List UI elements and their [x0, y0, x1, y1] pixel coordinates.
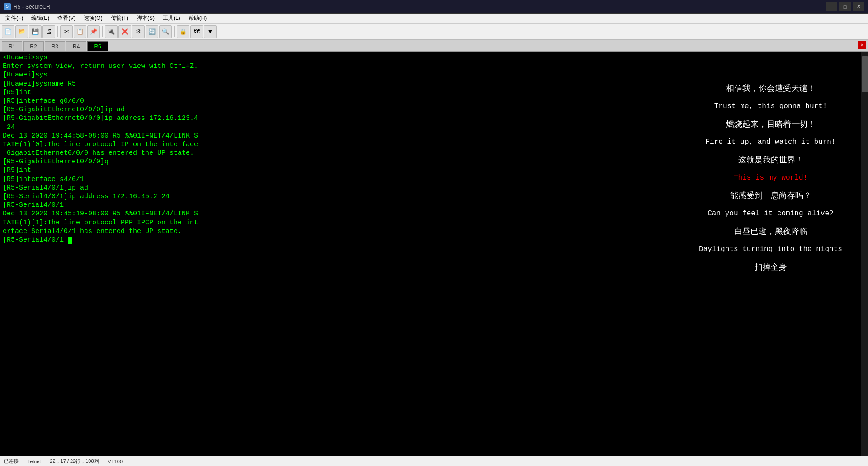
toolbar-open[interactable]: 📂 — [15, 25, 28, 38]
menu-item-v[interactable]: 查看(V) — [54, 14, 79, 23]
toolbar-disconnect[interactable]: ❌ — [118, 25, 131, 38]
toolbar-sep1 — [57, 26, 58, 37]
terminal-line: TATE(1)[1]:The line protocol PPP IPCP on… — [3, 219, 677, 227]
scrollbar[interactable] — [861, 52, 868, 456]
tab-r1[interactable]: R1 — [2, 41, 22, 51]
window-title: R5 - SecureCRT — [14, 4, 53, 10]
close-button[interactable]: ✕ — [853, 2, 864, 11]
toolbar-refresh[interactable]: 🔄 — [146, 25, 158, 38]
terminal-line: [R5-GigabitEthernet0/0/0]ip address 172.… — [3, 114, 677, 123]
side-panel-item-4: 这就是我的世界！ — [689, 154, 852, 166]
toolbar-cut[interactable]: ✂ — [60, 25, 73, 38]
side-panel-item-0: 相信我，你会遭受天谴！ — [689, 82, 852, 95]
terminal-line: [R5-GigabitEthernet0/0/0]q — [3, 157, 677, 166]
toolbar-print[interactable]: 🖨 — [42, 25, 55, 38]
status-protocol: Telnet — [28, 459, 41, 464]
toolbar-sep3 — [174, 26, 175, 37]
menu-bar: 文件(F)编辑(E)查看(V)选项(O)传输(T)脚本(S)工具(L)帮助(H) — [0, 14, 868, 24]
terminal-line: [R5]int — [3, 88, 677, 97]
tab-r3[interactable]: R3 — [45, 41, 65, 51]
toolbar-connect[interactable]: 🔌 — [105, 25, 118, 38]
toolbar-paste[interactable]: 📌 — [87, 25, 100, 38]
terminal-line: <Huawei>sys — [3, 53, 677, 62]
terminal-line: TATE(1)[0]:The line protocol IP on the i… — [3, 140, 677, 149]
tab-close-button[interactable]: ✕ — [858, 41, 866, 49]
tab-r4[interactable]: R4 — [66, 41, 86, 51]
app-icon: S — [4, 3, 11, 10]
status-terminal: VT100 — [108, 459, 123, 464]
scrollbar-thumb[interactable] — [862, 56, 868, 92]
terminal-line: [Huawei]sys — [3, 71, 677, 79]
side-panel-item-6: 能感受到一息尚存吗？ — [689, 190, 852, 202]
minimize-button[interactable]: ─ — [826, 2, 837, 11]
terminal[interactable]: <Huawei>sysEnter system view, return use… — [0, 52, 680, 456]
menu-item-f[interactable]: 文件(F) — [2, 14, 27, 23]
status-bar: 已连接 Telnet 22，17 / 22行，108列 VT100 — [0, 456, 868, 466]
side-panel-item-8: 白昼已逝，黑夜降临 — [689, 225, 852, 238]
status-connected: 已连接 — [4, 458, 19, 465]
side-panel-item-7: Can you feel it coming alive? — [689, 208, 852, 219]
terminal-line: [R5]interface s4/0/1 — [3, 175, 677, 184]
terminal-line: GigabitEthernet0/0/0 has entered the UP … — [3, 149, 677, 157]
menu-item-e[interactable]: 编辑(E) — [28, 14, 53, 23]
side-panel-item-2: 燃烧起来，目睹着一切！ — [689, 118, 852, 130]
terminal-line: erface Serial4/0/1 has entered the UP st… — [3, 227, 677, 236]
window-controls[interactable]: ─ □ ✕ — [826, 2, 864, 11]
toolbar-settings[interactable]: ⚙ — [132, 25, 145, 38]
tab-r5[interactable]: R5 — [87, 41, 108, 51]
terminal-line: Dec 13 2020 19:44:58-08:00 R5 %%01IFNET/… — [3, 132, 677, 140]
maximize-button[interactable]: □ — [839, 2, 851, 11]
toolbar-copy[interactable]: 📋 — [74, 25, 86, 38]
tab-r2[interactable]: R2 — [23, 41, 43, 51]
toolbar-scroll-lock[interactable]: 🔒 — [177, 25, 189, 38]
toolbar-map[interactable]: 🗺 — [190, 25, 203, 38]
terminal-line: [R5-GigabitEthernet0/0/0]ip ad — [3, 105, 677, 114]
toolbar-extra[interactable]: ▼ — [204, 25, 217, 38]
terminal-line: Dec 13 2020 19:45:19-08:00 R5 %%01IFNET/… — [3, 209, 677, 218]
menu-item-o[interactable]: 选项(O) — [80, 14, 106, 23]
title-bar: S R5 - SecureCRT ─ □ ✕ — [0, 0, 868, 14]
toolbar-new[interactable]: 📄 — [2, 25, 14, 38]
toolbar-sep2 — [102, 26, 103, 37]
terminal-line: Enter system view, return user view with… — [3, 62, 677, 71]
terminal-line: [R5-Serial4/0/1]ip address 172.16.45.2 2… — [3, 192, 677, 201]
terminal-line: [R5-Serial4/0/1] — [3, 236, 677, 244]
terminal-line: [R5]interface g0/0/0 — [3, 97, 677, 105]
side-panel-item-5: This is my world! — [689, 172, 852, 183]
side-panel-item-10: 扣掉全身 — [689, 261, 852, 273]
terminal-line: [R5-Serial4/0/1]ip ad — [3, 184, 677, 192]
terminal-line: 24 — [3, 123, 677, 132]
title-bar-left: S R5 - SecureCRT — [4, 3, 53, 10]
toolbar: 📄 📂 💾 🖨 ✂ 📋 📌 🔌 ❌ ⚙ 🔄 🔍 🔒 🗺 ▼ — [0, 24, 868, 40]
terminal-line: [R5-Serial4/0/1] — [3, 201, 677, 209]
side-panel: 相信我，你会遭受天谴！Trust me, this gonna hurt!燃烧起… — [680, 52, 861, 456]
side-panel-item-9: Daylights turning into the nights — [689, 244, 852, 255]
toolbar-save[interactable]: 💾 — [29, 25, 42, 38]
side-panel-item-1: Trust me, this gonna hurt! — [689, 101, 852, 112]
menu-item-t[interactable]: 传输(T) — [107, 14, 132, 23]
menu-item-l[interactable]: 工具(L) — [159, 14, 184, 23]
terminal-line: [R5]int — [3, 166, 677, 175]
terminal-cursor — [68, 237, 72, 244]
status-position: 22，17 / 22行，108列 — [50, 458, 99, 465]
tab-bar: R1R2R3R4R5✕ — [0, 40, 868, 52]
toolbar-find[interactable]: 🔍 — [159, 25, 172, 38]
side-panel-item-3: Fire it up, and watch it burn! — [689, 137, 852, 147]
terminal-line: [Huawei]sysname R5 — [3, 80, 677, 88]
main-area: <Huawei>sysEnter system view, return use… — [0, 52, 868, 456]
menu-item-h[interactable]: 帮助(H) — [185, 14, 211, 23]
menu-item-s[interactable]: 脚本(S) — [133, 14, 158, 23]
